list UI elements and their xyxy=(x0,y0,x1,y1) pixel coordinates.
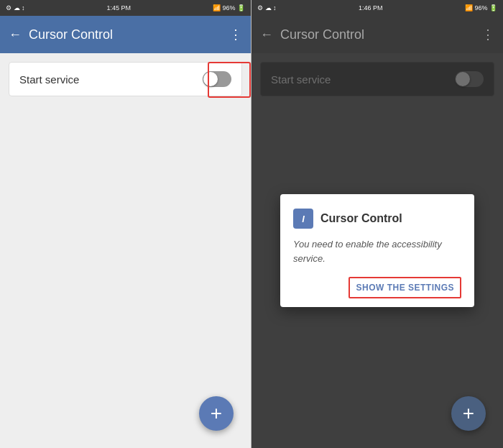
left-battery-icon: 📶 96% 🔋 xyxy=(213,4,245,12)
right-status-right: 📶 96% 🔋 xyxy=(465,4,497,12)
left-fab[interactable]: + xyxy=(199,396,234,431)
left-more-icon[interactable]: ⋮ xyxy=(229,27,242,42)
right-status-bar: ⚙ ☁ ↕ 1:46 PM 📶 96% 🔋 xyxy=(251,0,503,16)
left-toggle-switch[interactable] xyxy=(203,71,231,87)
right-phone-panel: ⚙ ☁ ↕ 1:46 PM 📶 96% 🔋 ← Cursor Control ⋮… xyxy=(251,0,503,448)
dialog-app-icon: I xyxy=(293,209,313,229)
left-content: Start service + xyxy=(0,53,251,448)
right-fab[interactable]: + xyxy=(451,396,486,431)
left-service-label: Start service xyxy=(19,73,79,86)
right-app-title: Cursor Control xyxy=(280,27,474,42)
left-status-icons: ⚙ ☁ ↕ xyxy=(6,4,25,12)
dialog-message: You need to enable the accessibility ser… xyxy=(293,237,461,265)
left-app-title: Cursor Control xyxy=(29,27,222,42)
right-back-icon[interactable]: ← xyxy=(260,27,273,42)
left-status-time: 1:45 PM xyxy=(106,4,131,12)
left-service-row: Start service xyxy=(9,62,242,96)
left-app-bar: ← Cursor Control ⋮ xyxy=(0,16,251,53)
right-content: Start service I Cursor Control You need … xyxy=(251,53,503,448)
right-status-icons: ⚙ ☁ ↕ xyxy=(257,4,277,12)
dialog-actions: SHOW THE SETTINGS xyxy=(293,277,461,298)
left-phone-panel: ⚙ ☁ ↕ 1:45 PM 📶 96% 🔋 ← Cursor Control ⋮… xyxy=(0,0,251,448)
accessibility-dialog: I Cursor Control You need to enable the … xyxy=(280,194,474,307)
right-status-time: 1:46 PM xyxy=(359,4,383,12)
left-status-right: 📶 96% 🔋 xyxy=(213,4,245,12)
dialog-overlay: I Cursor Control You need to enable the … xyxy=(251,53,503,448)
right-app-bar: ← Cursor Control ⋮ xyxy=(251,16,503,53)
right-battery-icon: 📶 96% 🔋 xyxy=(465,4,497,12)
left-status-left-icons: ⚙ ☁ ↕ xyxy=(6,4,25,12)
left-status-bar: ⚙ ☁ ↕ 1:45 PM 📶 96% 🔋 xyxy=(0,0,251,16)
left-back-icon[interactable]: ← xyxy=(9,27,22,42)
show-settings-button[interactable]: SHOW THE SETTINGS xyxy=(349,277,461,298)
dialog-header: I Cursor Control xyxy=(293,209,461,229)
left-toggle-knob xyxy=(203,72,218,86)
right-status-left-icons: ⚙ ☁ ↕ xyxy=(257,4,277,12)
right-more-icon[interactable]: ⋮ xyxy=(481,27,494,42)
dialog-title: Cursor Control xyxy=(320,212,402,225)
